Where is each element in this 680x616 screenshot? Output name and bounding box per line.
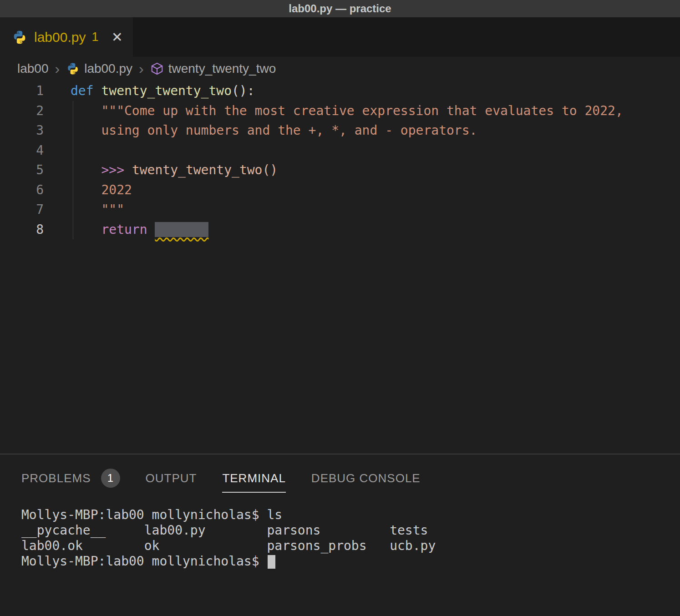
- tab-warning-count: 1: [91, 30, 98, 44]
- line-number[interactable]: 7: [0, 200, 44, 220]
- code-line: """: [71, 200, 680, 220]
- line-number[interactable]: 4: [0, 141, 44, 161]
- terminal-cursor: [268, 555, 275, 569]
- code-line: """Come up with the most creative expres…: [71, 101, 680, 121]
- line-number[interactable]: 3: [0, 121, 44, 141]
- code-line: 2022: [71, 180, 680, 200]
- panel-tab-problems[interactable]: PROBLEMS1: [21, 467, 120, 493]
- editor-line[interactable]: 6 2022: [0, 180, 680, 200]
- code-token: >>>: [101, 162, 132, 177]
- code-line: >>> twenty_twenty_two(): [71, 160, 680, 180]
- window-title: lab00.py — practice: [289, 2, 391, 15]
- code-token: [71, 162, 101, 177]
- editor-line[interactable]: 3 using only numbers and the +, *, and -…: [0, 121, 680, 141]
- code-token: 2022: [71, 182, 132, 197]
- problems-count-badge: 1: [101, 469, 120, 488]
- panel-tab-terminal[interactable]: TERMINAL: [222, 467, 285, 493]
- tab-label: lab00.py: [34, 30, 86, 45]
- line-number[interactable]: 1: [0, 81, 44, 101]
- panel-tab-label: DEBUG CONSOLE: [311, 471, 421, 485]
- panel-tab-output[interactable]: OUTPUT: [146, 467, 197, 493]
- code-token: def: [71, 83, 94, 98]
- line-number[interactable]: 8: [0, 220, 44, 240]
- bottom-panel: PROBLEMS1OUTPUTTERMINALDEBUG CONSOLE Mol…: [0, 454, 680, 616]
- warning-selection: [155, 222, 208, 237]
- breadcrumb: lab00 › lab00.py › twenty_twenty_two: [0, 57, 680, 81]
- code-token: [94, 83, 101, 98]
- editor-line[interactable]: 8 return: [0, 220, 680, 240]
- code-token: return: [101, 222, 147, 237]
- terminal-line: Mollys-MBP:lab00 mollynicholas$: [21, 554, 680, 569]
- code-token: using only numbers and the +, *, and - o…: [71, 123, 477, 138]
- panel-tab-label: PROBLEMS: [21, 471, 91, 485]
- code-line: using only numbers and the +, *, and - o…: [71, 121, 680, 141]
- panel-tab-label: OUTPUT: [146, 471, 197, 485]
- breadcrumb-folder[interactable]: lab00: [17, 61, 49, 76]
- panel-tab-debug-console[interactable]: DEBUG CONSOLE: [311, 467, 421, 493]
- code-line: [71, 141, 680, 161]
- tab-bar: lab00.py 1 ✕: [0, 17, 680, 57]
- line-number[interactable]: 6: [0, 180, 44, 200]
- code-token: [71, 222, 101, 237]
- terminal-line: lab00.ok ok parsons_probs ucb.py: [21, 538, 680, 554]
- code-token: """: [71, 202, 124, 217]
- python-icon: [66, 62, 80, 76]
- code-token: twenty_twenty_two(): [132, 162, 278, 177]
- close-icon[interactable]: ✕: [112, 29, 123, 45]
- panel-tab-bar: PROBLEMS1OUTPUTTERMINALDEBUG CONSOLE: [0, 454, 680, 493]
- editor-line[interactable]: 5 >>> twenty_twenty_two(): [0, 160, 680, 180]
- line-number[interactable]: 5: [0, 160, 44, 180]
- window-titlebar: lab00.py — practice: [0, 0, 680, 17]
- code-token: """Come up with the most creative expres…: [71, 103, 623, 118]
- editor-lines: 1def twenty_twenty_two():2 """Come up wi…: [0, 81, 680, 239]
- editor-line[interactable]: 7 """: [0, 200, 680, 220]
- code-token: [147, 222, 155, 237]
- chevron-right-icon: ›: [139, 61, 144, 76]
- symbol-method-icon: [150, 62, 164, 76]
- code-line: return: [71, 220, 680, 240]
- chevron-right-icon: ›: [55, 61, 60, 76]
- line-number[interactable]: 2: [0, 101, 44, 121]
- code-token: twenty_twenty_two: [101, 83, 232, 98]
- terminal-line: __pycache__ lab00.py parsons tests: [21, 523, 680, 538]
- python-icon: [12, 30, 27, 45]
- terminal[interactable]: Mollys-MBP:lab00 mollynicholas$ ls__pyca…: [0, 507, 680, 569]
- code-editor[interactable]: 1def twenty_twenty_two():2 """Come up wi…: [0, 81, 680, 454]
- breadcrumb-file[interactable]: lab00.py: [84, 61, 132, 76]
- panel-tab-label: TERMINAL: [222, 471, 285, 485]
- editor-line[interactable]: 4: [0, 141, 680, 161]
- editor-line[interactable]: 1def twenty_twenty_two():: [0, 81, 680, 101]
- code-token: ():: [232, 83, 255, 98]
- tab-lab00-py[interactable]: lab00.py 1 ✕: [0, 17, 133, 57]
- code-line: def twenty_twenty_two():: [71, 81, 680, 101]
- editor-line[interactable]: 2 """Come up with the most creative expr…: [0, 101, 680, 121]
- breadcrumb-symbol[interactable]: twenty_twenty_two: [168, 61, 276, 76]
- terminal-line: Mollys-MBP:lab00 mollynicholas$ ls: [21, 507, 680, 523]
